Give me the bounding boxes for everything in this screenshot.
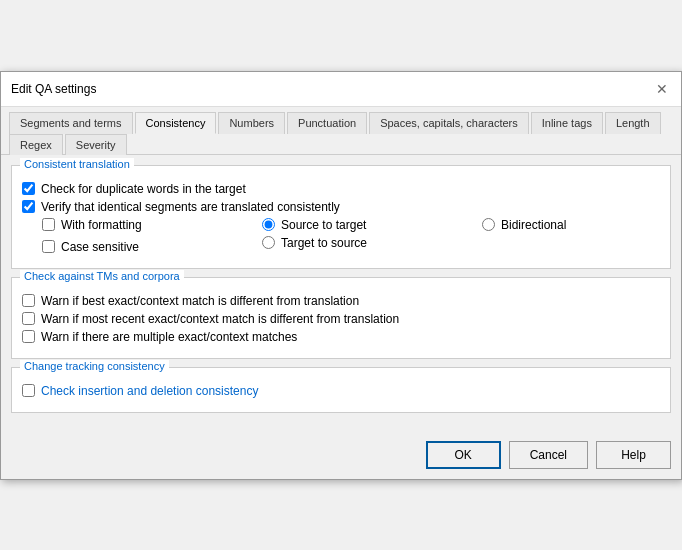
bidirectional-label[interactable]: Bidirectional xyxy=(501,218,566,232)
tab-content: Consistent translation Check for duplica… xyxy=(1,155,681,431)
check-duplicate-row: Check for duplicate words in the target xyxy=(22,182,660,196)
tab-segments-and-terms[interactable]: Segments and terms xyxy=(9,112,133,134)
warn-recent-row: Warn if most recent exact/context match … xyxy=(22,312,660,326)
tab-bar: Segments and terms Consistency Numbers P… xyxy=(1,107,681,155)
case-sensitive-checkbox[interactable] xyxy=(42,240,55,253)
bidirectional-radio[interactable] xyxy=(482,218,495,231)
section-tracking-title: Change tracking consistency xyxy=(20,360,169,372)
check-identical-checkbox[interactable] xyxy=(22,200,35,213)
warn-multiple-label[interactable]: Warn if there are multiple exact/context… xyxy=(41,330,297,344)
check-identical-row: Verify that identical segments are trans… xyxy=(22,200,660,214)
target-to-source-label[interactable]: Target to source xyxy=(281,236,367,250)
main-window: Edit QA settings ✕ Segments and terms Co… xyxy=(0,71,682,480)
warn-best-label[interactable]: Warn if best exact/context match is diff… xyxy=(41,294,359,308)
footer: OK Cancel Help xyxy=(1,431,681,479)
with-formatting-row: With formatting xyxy=(42,218,262,232)
source-to-target-row: Source to target xyxy=(262,218,482,232)
section-tms-title: Check against TMs and corpora xyxy=(20,270,184,282)
check-duplicate-checkbox[interactable] xyxy=(22,182,35,195)
tab-severity[interactable]: Severity xyxy=(65,134,127,155)
case-sensitive-label[interactable]: Case sensitive xyxy=(61,240,139,254)
bidirectional-row: Bidirectional xyxy=(482,218,682,232)
tab-length[interactable]: Length xyxy=(605,112,661,134)
tab-regex[interactable]: Regex xyxy=(9,134,63,155)
source-to-target-label[interactable]: Source to target xyxy=(281,218,366,232)
case-sensitive-row: Case sensitive xyxy=(42,240,262,254)
warn-multiple-checkbox[interactable] xyxy=(22,330,35,343)
tab-spaces-capitals-characters[interactable]: Spaces, capitals, characters xyxy=(369,112,529,134)
tab-inline-tags[interactable]: Inline tags xyxy=(531,112,603,134)
check-insertion-checkbox[interactable] xyxy=(22,384,35,397)
cancel-button[interactable]: Cancel xyxy=(509,441,588,469)
tab-consistency[interactable]: Consistency xyxy=(135,112,217,134)
section-consistent-translation: Consistent translation Check for duplica… xyxy=(11,165,671,269)
warn-recent-label[interactable]: Warn if most recent exact/context match … xyxy=(41,312,399,326)
target-to-source-radio[interactable] xyxy=(262,236,275,249)
radio-col-left: With formatting Case sensitive xyxy=(42,218,262,258)
source-to-target-radio[interactable] xyxy=(262,218,275,231)
radio-col-right: Bidirectional xyxy=(482,218,682,258)
warn-best-row: Warn if best exact/context match is diff… xyxy=(22,294,660,308)
radio-col-middle: Source to target Target to source xyxy=(262,218,482,258)
check-insertion-label[interactable]: Check insertion and deletion consistency xyxy=(41,384,258,398)
help-button[interactable]: Help xyxy=(596,441,671,469)
title-bar: Edit QA settings ✕ xyxy=(1,72,681,107)
close-button[interactable]: ✕ xyxy=(653,80,671,98)
check-duplicate-label[interactable]: Check for duplicate words in the target xyxy=(41,182,246,196)
warn-multiple-row: Warn if there are multiple exact/context… xyxy=(22,330,660,344)
ok-button[interactable]: OK xyxy=(426,441,501,469)
tab-punctuation[interactable]: Punctuation xyxy=(287,112,367,134)
tab-numbers[interactable]: Numbers xyxy=(218,112,285,134)
with-formatting-label[interactable]: With formatting xyxy=(61,218,142,232)
window-title: Edit QA settings xyxy=(11,82,96,96)
check-identical-label[interactable]: Verify that identical segments are trans… xyxy=(41,200,340,214)
section-tms: Check against TMs and corpora Warn if be… xyxy=(11,277,671,359)
target-to-source-row: Target to source xyxy=(262,236,482,250)
warn-recent-checkbox[interactable] xyxy=(22,312,35,325)
warn-best-checkbox[interactable] xyxy=(22,294,35,307)
check-insertion-row: Check insertion and deletion consistency xyxy=(22,384,660,398)
with-formatting-checkbox[interactable] xyxy=(42,218,55,231)
section-tracking: Change tracking consistency Check insert… xyxy=(11,367,671,413)
radio-group: With formatting Case sensitive Source to… xyxy=(22,218,660,258)
section-consistent-title: Consistent translation xyxy=(20,158,134,170)
